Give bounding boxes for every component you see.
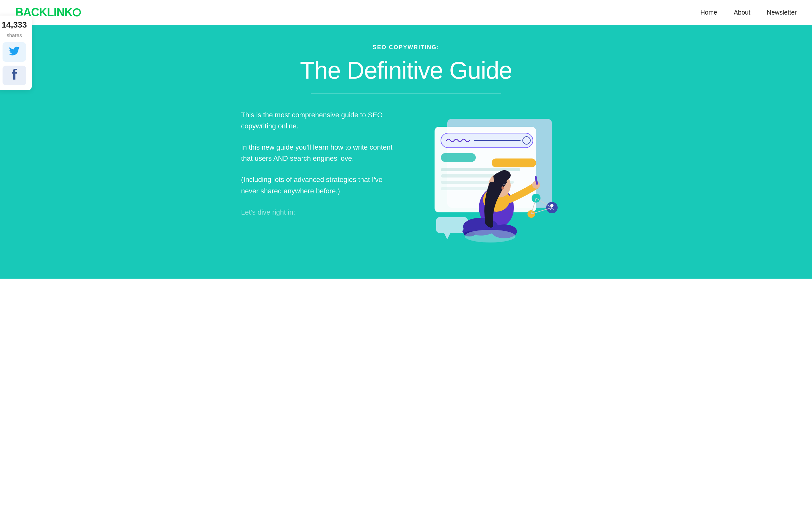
hero-label-text: SEO COPYWRITING: [373,44,439,51]
site-header: BACKLINK Home About Newsletter [0,0,812,25]
twitter-icon [9,46,20,58]
svg-point-16 [550,204,553,207]
share-widget: 14,333 shares [0,16,32,90]
hero-body: This is the most comprehensive guide to … [232,109,580,242]
share-count: 14,333 [2,20,27,29]
svg-rect-5 [492,159,536,167]
nav-home[interactable]: Home [700,9,717,16]
hero-paragraph-2: In this new guide you'll learn how to wr… [241,142,393,164]
main-nav: Home About Newsletter [700,9,797,16]
share-label: shares [7,33,22,38]
nav-newsletter[interactable]: Newsletter [767,9,797,16]
hero-paragraph-3: (Including lots of advanced strategies t… [241,174,393,196]
svg-rect-9 [441,187,495,190]
hero-cta-text: Let's dive right in: [241,207,393,218]
hero-divider [311,93,501,93]
svg-point-30 [502,187,504,190]
twitter-share-button[interactable] [2,42,26,62]
svg-point-25 [465,230,516,242]
facebook-share-button[interactable] [2,65,26,85]
hero-section: 14,333 shares SEO COPYWRITING: The Defin… [0,25,812,279]
svg-point-32 [504,184,505,185]
svg-rect-6 [441,168,520,171]
facebook-icon [10,69,19,83]
hero-paragraph-1: This is the most comprehensive guide to … [241,109,393,132]
svg-marker-18 [444,233,450,239]
hero-illustration [419,109,571,242]
nav-about[interactable]: About [734,9,750,16]
logo-o-circle [73,8,81,16]
svg-rect-4 [441,153,476,162]
illustration-svg [419,109,571,242]
hero-title: The Definitive Guide [300,57,512,84]
hero-text-block: This is the most comprehensive guide to … [241,109,393,218]
